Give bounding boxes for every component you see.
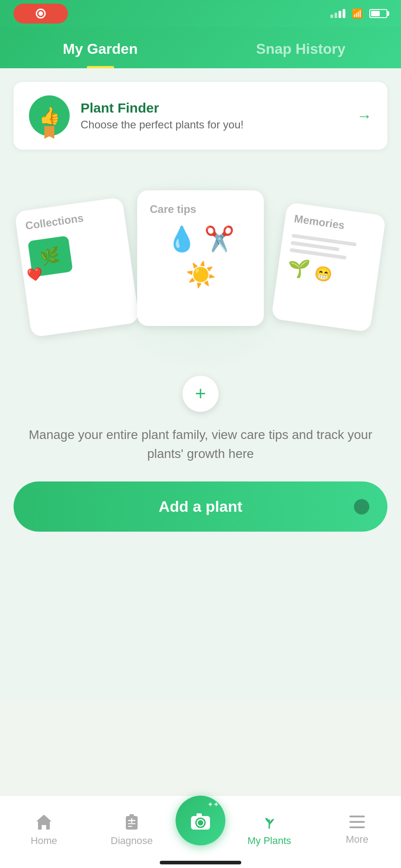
cards-section: Collections 🌿 ❤️ Memories 🌱 😁 Care tips bbox=[14, 168, 387, 376]
add-circle-button[interactable]: + bbox=[182, 376, 219, 412]
nav-camera-button[interactable]: ✦✦ bbox=[176, 796, 225, 845]
water-drop-icon: 💧 bbox=[167, 225, 197, 253]
diagnose-icon bbox=[122, 812, 141, 831]
plant-finder-subtitle: Choose the perfect plants for you! bbox=[81, 118, 346, 131]
record-dot-inner bbox=[38, 11, 43, 16]
nav-item-more[interactable]: More bbox=[313, 814, 401, 845]
wifi-icon: 📶 bbox=[352, 8, 363, 19]
plants-icon bbox=[260, 812, 279, 831]
status-bar: 📶 bbox=[0, 0, 401, 27]
collections-label: Collections bbox=[24, 207, 116, 232]
description-text: Manage your entire plant family, view ca… bbox=[14, 425, 387, 463]
home-label: Home bbox=[31, 835, 57, 847]
camera-icon bbox=[189, 811, 212, 830]
my-plants-label: My Plants bbox=[248, 835, 291, 847]
plant-finder-banner[interactable]: 👍 Plant Finder Choose the perfect plants… bbox=[14, 82, 387, 150]
svg-rect-12 bbox=[349, 821, 365, 823]
main-content: 👍 Plant Finder Choose the perfect plants… bbox=[0, 68, 401, 701]
home-icon bbox=[34, 812, 53, 831]
add-button-wrap: + bbox=[14, 376, 387, 412]
diagnose-label: Diagnose bbox=[111, 835, 153, 847]
home-icon-container bbox=[34, 812, 53, 831]
tab-snap-history[interactable]: Snap History bbox=[200, 32, 401, 68]
svg-rect-11 bbox=[349, 816, 365, 817]
heart-icon: ❤️ bbox=[26, 266, 43, 283]
svg-rect-13 bbox=[349, 826, 365, 828]
status-bar-left bbox=[14, 4, 68, 24]
plant-finder-title: Plant Finder bbox=[81, 100, 346, 116]
add-plant-button[interactable]: Add a plant bbox=[14, 481, 387, 532]
status-bar-right: 📶 bbox=[330, 8, 387, 19]
plus-icon: + bbox=[195, 383, 206, 405]
plant-finder-text-block: Plant Finder Choose the perfect plants f… bbox=[81, 100, 346, 131]
home-indicator bbox=[160, 861, 241, 864]
scissors-icon: ✂️ bbox=[204, 225, 234, 253]
plant-finder-icon: 👍 bbox=[29, 95, 70, 136]
bottom-nav: Home Diagnose ✦✦ My Plants bbox=[0, 795, 401, 868]
svg-marker-0 bbox=[36, 815, 52, 830]
record-button[interactable] bbox=[14, 4, 68, 24]
scroll-indicator bbox=[354, 499, 369, 514]
plant-seedling-icon: 🌱 bbox=[286, 256, 311, 281]
svg-point-9 bbox=[198, 820, 203, 826]
battery-fill bbox=[371, 11, 380, 16]
card-care-tips[interactable]: Care tips 💧 ✂️ ☀️ bbox=[137, 190, 264, 326]
care-tips-label: Care tips bbox=[150, 203, 251, 216]
nav-item-diagnose[interactable]: Diagnose bbox=[88, 812, 176, 847]
more-icon bbox=[348, 814, 367, 830]
svg-rect-2 bbox=[129, 814, 134, 818]
card-memories[interactable]: Memories 🌱 😁 bbox=[271, 202, 386, 332]
nav-item-home[interactable]: Home bbox=[0, 812, 88, 847]
folder-icon: 🌿 ❤️ bbox=[28, 236, 73, 277]
tabs-container: My Garden Snap History bbox=[0, 32, 401, 68]
sun-icon: ☀️ bbox=[186, 260, 216, 289]
add-plant-label: Add a plant bbox=[158, 498, 242, 515]
svg-rect-10 bbox=[196, 813, 202, 817]
memories-label: Memories bbox=[293, 212, 376, 236]
thumbs-up-icon: 👍 bbox=[39, 106, 60, 126]
nav-item-my-plants[interactable]: My Plants bbox=[225, 812, 313, 847]
arrow-right-icon: → bbox=[357, 107, 372, 125]
header: My Garden Snap History bbox=[0, 27, 401, 68]
care-icons-grid: 💧 ✂️ ☀️ bbox=[150, 225, 251, 289]
record-dot bbox=[36, 9, 46, 19]
card-collections[interactable]: Collections 🌿 ❤️ bbox=[14, 197, 140, 338]
tab-my-garden[interactable]: My Garden bbox=[0, 32, 200, 68]
ribbon-decoration bbox=[44, 126, 54, 139]
happy-emoji-icon: 😁 bbox=[313, 264, 333, 283]
battery-icon bbox=[369, 9, 387, 18]
more-label: More bbox=[346, 834, 368, 845]
stars-decoration: ✦✦ bbox=[207, 800, 219, 809]
leaf-icon: 🌿 bbox=[39, 245, 62, 267]
signal-bars bbox=[330, 9, 345, 18]
